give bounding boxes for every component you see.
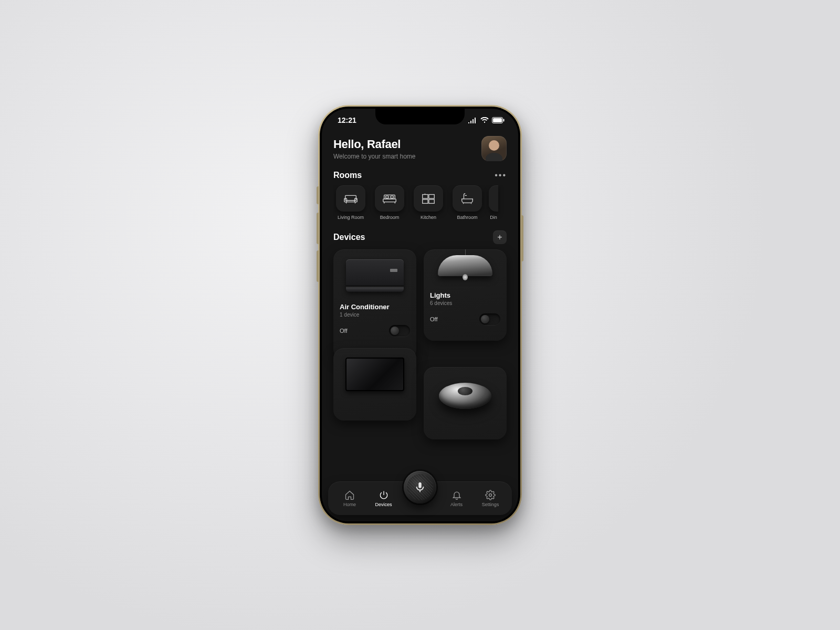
room-kitchen[interactable]: Kitchen — [411, 185, 446, 220]
device-card-tv[interactable] — [333, 348, 416, 421]
ac-toggle[interactable] — [389, 325, 410, 337]
wifi-icon — [480, 117, 489, 123]
tv-image — [337, 351, 413, 397]
tab-label: Settings — [482, 502, 499, 507]
svg-rect-2 — [503, 119, 505, 122]
room-label: Living Room — [333, 215, 368, 220]
room-bathroom[interactable]: Bathroom — [450, 185, 485, 220]
tab-label: Alerts — [450, 502, 463, 507]
svg-point-22 — [489, 494, 492, 496]
rooms-more-icon[interactable]: ••• — [495, 171, 507, 180]
devices-heading: Devices — [333, 233, 365, 242]
tab-alerts[interactable]: Alerts — [445, 490, 469, 507]
status-time: 12:21 — [338, 116, 356, 124]
device-state: Off — [430, 316, 437, 322]
tab-label: Devices — [375, 502, 392, 507]
sofa-icon — [336, 185, 365, 212]
dining-icon — [489, 185, 498, 212]
room-living-room[interactable]: Living Room — [333, 185, 368, 220]
room-bedroom[interactable]: Bedroom — [372, 185, 407, 220]
notch — [375, 109, 465, 124]
device-sub: 1 device — [340, 312, 410, 318]
svg-rect-10 — [383, 199, 396, 202]
lights-toggle[interactable] — [479, 313, 500, 325]
gear-icon — [485, 490, 496, 500]
device-title: Air Conditioner — [340, 303, 410, 311]
device-card-ac[interactable]: Air Conditioner 1 device Off — [333, 249, 416, 360]
tab-devices[interactable]: Devices — [372, 490, 396, 507]
signal-icon — [468, 117, 477, 123]
svg-rect-15 — [423, 195, 428, 199]
room-dining[interactable]: Din — [489, 185, 498, 220]
tab-home[interactable]: Home — [338, 490, 362, 507]
bell-icon — [452, 490, 462, 500]
room-label: Bathroom — [450, 215, 485, 220]
home-icon — [344, 490, 355, 500]
battery-icon — [492, 117, 505, 123]
tab-label: Home — [343, 502, 356, 507]
microphone-icon — [414, 481, 426, 493]
rooms-heading: Rooms — [333, 171, 362, 180]
phone-frame: 12:21 Hello, Rafael Welcome to your smar… — [318, 105, 522, 525]
robot-image — [427, 370, 503, 416]
ac-image — [337, 253, 413, 299]
room-label: Bedroom — [372, 215, 407, 220]
svg-rect-18 — [429, 200, 434, 204]
greeting-title: Hello, Rafael — [333, 138, 416, 151]
device-card-lights[interactable]: Lights 6 devices Off — [424, 249, 507, 341]
bathtub-icon — [453, 185, 482, 212]
svg-rect-12 — [391, 196, 394, 198]
svg-rect-17 — [423, 200, 428, 204]
rooms-row[interactable]: Living Room Bedroom Kitchen — [333, 185, 507, 220]
svg-rect-11 — [386, 196, 389, 198]
screen: 12:21 Hello, Rafael Welcome to your smar… — [322, 109, 518, 521]
device-card-robot[interactable] — [424, 367, 507, 439]
add-device-button[interactable]: + — [493, 230, 507, 244]
tab-settings[interactable]: Settings — [478, 490, 502, 507]
room-label: Kitchen — [411, 215, 446, 220]
mic-button[interactable] — [404, 471, 436, 503]
device-title: Lights — [430, 291, 500, 299]
svg-rect-16 — [429, 195, 434, 199]
device-state: Off — [340, 328, 347, 334]
power-icon — [379, 490, 389, 500]
svg-rect-1 — [493, 118, 502, 122]
room-label: Din — [489, 215, 498, 220]
bed-icon — [375, 185, 404, 212]
avatar[interactable] — [481, 136, 507, 161]
device-sub: 6 devices — [430, 300, 500, 306]
greeting-subtitle: Welcome to your smart home — [333, 153, 416, 160]
kitchen-icon — [414, 185, 443, 212]
lamp-image — [427, 253, 503, 287]
